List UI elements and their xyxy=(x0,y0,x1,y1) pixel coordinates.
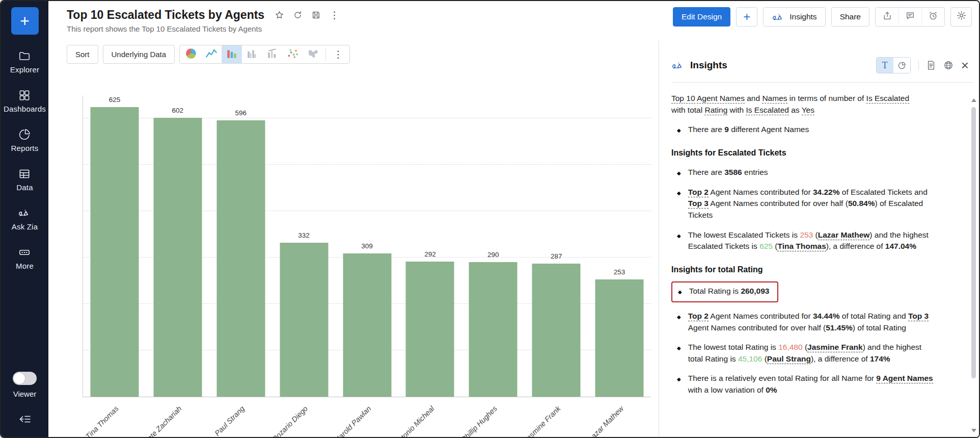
create-new-button[interactable]: + xyxy=(11,7,39,35)
insight-term[interactable]: Agent Names xyxy=(697,94,745,104)
insight-term[interactable]: Jasmine Frank xyxy=(807,343,863,352)
sidebar-item-label: More xyxy=(16,262,34,270)
grid-icon xyxy=(18,88,31,102)
sidebar-item-label: Reports xyxy=(11,144,39,152)
chart-type-pie[interactable] xyxy=(181,45,201,63)
star-icon[interactable] xyxy=(275,10,284,20)
insight-term[interactable]: Names xyxy=(762,94,787,104)
insight-term[interactable]: Lazar Mathew xyxy=(818,230,870,240)
scroll-down-arrow[interactable] xyxy=(971,429,976,433)
chart-bar[interactable] xyxy=(469,262,518,397)
sidebar-item-ask-zia[interactable]: Ask Zia xyxy=(4,206,46,231)
bullet-diamond-icon: ◆ xyxy=(671,311,688,333)
add-button[interactable]: + xyxy=(736,7,757,27)
settings-button[interactable] xyxy=(950,7,972,27)
insight-term[interactable]: Yes xyxy=(802,106,814,115)
sidebar-item-reports[interactable]: Reports xyxy=(4,127,46,152)
chart-type-line[interactable] xyxy=(201,45,222,63)
chart-type-bar[interactable] xyxy=(222,45,242,63)
chart-bar[interactable] xyxy=(343,253,391,397)
insights-button[interactable]: Insights xyxy=(763,7,825,27)
collapse-sidebar-icon[interactable] xyxy=(18,414,32,427)
refresh-icon[interactable] xyxy=(293,10,303,20)
save-icon[interactable] xyxy=(311,10,321,20)
chart-bar[interactable] xyxy=(280,243,328,397)
insight-bullet-text: The lowest Escalated Tickets is 253 (Laz… xyxy=(688,229,937,252)
insight-term[interactable]: Top 10 xyxy=(671,94,695,104)
zia-icon xyxy=(772,12,785,22)
insight-text: 50.84% xyxy=(848,199,875,208)
chart-bar[interactable] xyxy=(532,264,581,397)
chart-type-line-icon xyxy=(205,47,217,62)
bullet-diamond-icon: ◆ xyxy=(671,167,688,178)
insight-text: ), a difference of xyxy=(811,354,870,363)
viewer-mode-label: Viewer xyxy=(13,390,37,398)
main-area: Top 10 Escalated Tickets by Agents ⋮ Thi… xyxy=(48,1,979,437)
insight-text: 253 xyxy=(800,230,813,239)
sidebar-item-more[interactable]: More xyxy=(4,245,46,270)
chart-type-bar-gray2[interactable] xyxy=(262,45,283,63)
chart-bar[interactable] xyxy=(216,120,265,397)
insight-term[interactable]: Is Escalated xyxy=(746,106,788,115)
insights-intro: Top 10 Agent Names and Names in terms of… xyxy=(671,93,922,116)
sidebar-item-explorer[interactable]: Explorer xyxy=(4,49,46,74)
chart-bar[interactable] xyxy=(90,107,139,397)
chart-type-scatter[interactable] xyxy=(283,45,303,63)
text-view-button[interactable]: T xyxy=(877,58,893,73)
insight-text: There are xyxy=(688,125,725,134)
insight-term[interactable]: Top 3 xyxy=(688,199,709,209)
history-button[interactable] xyxy=(921,8,944,26)
chart-column: Sort Underlying Data ⋮ 62560259633230929… xyxy=(48,41,659,437)
comment-button[interactable] xyxy=(899,8,921,26)
insight-term[interactable]: Tina Thomas xyxy=(777,242,826,251)
chart-bar[interactable] xyxy=(153,118,202,397)
insights-scrollbar xyxy=(970,98,977,433)
sidebar-item-label: Data xyxy=(16,183,33,192)
report-header: Top 10 Escalated Tickets by Agents ⋮ Thi… xyxy=(48,1,979,41)
globe-icon[interactable] xyxy=(943,60,954,70)
insight-term[interactable]: Top 3 xyxy=(908,312,929,321)
chart-type-bar-gray1[interactable] xyxy=(242,45,262,63)
bar-value-label: 253 xyxy=(614,268,625,276)
chart-options-menu[interactable]: ⋮ xyxy=(328,45,348,63)
insight-text: 3586 xyxy=(724,168,742,176)
chart-type-scatter-icon xyxy=(287,47,299,62)
chart-bar[interactable] xyxy=(406,262,454,397)
bullet-diamond-icon: ◆ xyxy=(671,342,688,365)
insights-view-toggle: T xyxy=(876,57,911,73)
sort-button[interactable]: Sort xyxy=(67,45,98,64)
insight-text: There is a relatively even total Rating … xyxy=(688,374,877,382)
kebab-icon[interactable]: ⋮ xyxy=(330,10,339,20)
viewer-mode-toggle[interactable] xyxy=(13,372,37,385)
insight-text: ), a difference of xyxy=(826,242,885,250)
underlying-data-button[interactable]: Underlying Data xyxy=(103,45,175,64)
edit-design-button[interactable]: Edit Design xyxy=(673,7,730,27)
toggle-knob xyxy=(14,373,25,384)
bar-value-label: 596 xyxy=(235,109,247,117)
folder-icon xyxy=(18,49,31,63)
chart-view-button[interactable] xyxy=(893,58,910,73)
sidebar-item-data[interactable]: Data xyxy=(4,167,46,192)
chart-type-bar-icon xyxy=(226,47,238,62)
close-insights-icon[interactable]: × xyxy=(961,59,969,72)
insight-term[interactable]: Paul Strang xyxy=(767,354,811,364)
sidebar-item-dashboards[interactable]: Dashboards xyxy=(4,88,46,113)
insight-text: There are xyxy=(688,168,725,176)
scroll-up-arrow[interactable] xyxy=(971,98,976,102)
share-button[interactable]: Share xyxy=(831,7,869,27)
header-icon-group xyxy=(875,7,945,27)
chart-bar[interactable] xyxy=(595,279,644,397)
insight-term[interactable]: Top 2 xyxy=(688,312,709,321)
divider xyxy=(325,48,326,61)
insight-term[interactable]: Rating xyxy=(704,106,727,115)
chart-type-map[interactable] xyxy=(303,45,323,63)
document-icon[interactable] xyxy=(927,60,936,70)
insight-term[interactable]: 9 Agent Names xyxy=(876,374,933,383)
bullet-diamond-icon: ◆ xyxy=(671,187,688,221)
insight-text: 16,480 xyxy=(778,343,802,351)
insight-term[interactable]: Top 2 xyxy=(688,188,709,197)
scrollbar-thumb[interactable] xyxy=(971,107,976,378)
insight-term[interactable]: Is Escalated xyxy=(866,94,909,104)
insight-bullet-text: Total Rating is 260,093 xyxy=(689,286,770,297)
export-button[interactable] xyxy=(876,8,899,26)
